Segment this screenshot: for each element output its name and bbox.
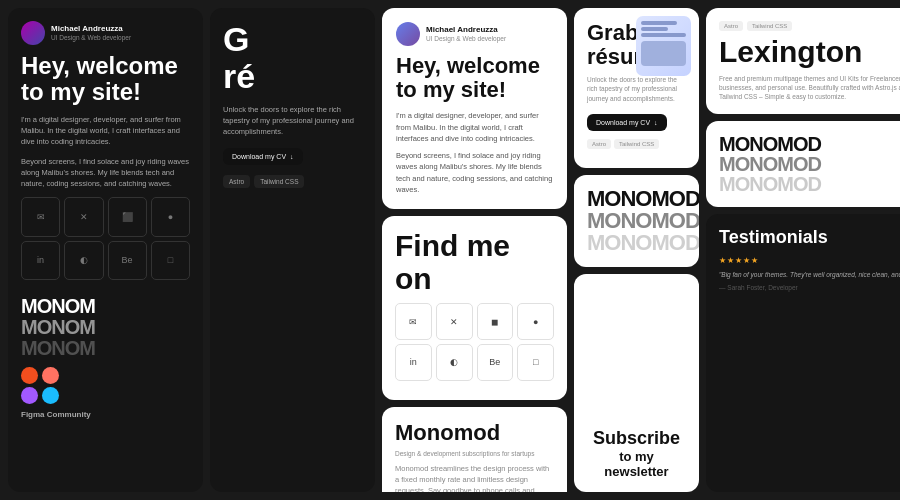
welcome-heading-main: Hey, welcometo my site! [396,54,553,102]
tag-tailwind-lex: Tailwind CSS [747,21,792,31]
grab-body-white: Unlock the doors to explore the rich tap… [587,75,686,102]
figma-dot-red [21,367,38,384]
tag-tailwind-dark: Tailwind CSS [254,175,304,188]
welcome-body1-1: I'm a digital designer, developer, and s… [21,114,190,148]
tag-astro-dark: Astro [223,175,250,188]
mockup-block [641,41,686,66]
lexington-body: Free and premium multipage themes and UI… [719,74,900,101]
avatar-main [396,22,420,46]
monomod-l3-c5: MONOMOD [719,174,900,194]
avatar-1 [21,21,45,45]
linkedin-icon-1[interactable]: in [21,241,60,280]
x-icon-1[interactable]: ✕ [64,197,103,236]
monomod-stack-l3: MONOMOD [587,232,686,254]
download-arrow-icon: ↓ [290,153,294,160]
column-4: Grab myrésumé! Unlock the doors to explo… [574,8,699,492]
download-label-dark: Download my CV [232,153,286,160]
profile-role-main: UI Design & Web developer [426,34,506,43]
subscribe-sub: to my newsletter [587,449,686,479]
monomod-sub-main: Design & development subscriptions for s… [395,449,554,458]
profile-name-main: Michael Andreuzza [426,25,506,34]
monomod-line1-1: MONOM [21,296,190,317]
linkedin-icon-main[interactable]: in [395,344,432,381]
github-icon-main[interactable]: ● [517,303,554,340]
lexington-card: Astro Tailwind CSS Lexington Free and pr… [706,8,900,114]
figma-label-1: Figma Community [21,410,190,419]
github-icon-1[interactable]: ● [151,197,190,236]
monomod-card-main: Monomod Design & development subscriptio… [382,407,567,492]
figma-logo-1 [21,367,59,404]
welcome-card: Michael Andreuzza UI Design & Web develo… [8,8,203,492]
subscribe-heading: Subscribe [587,428,686,449]
column-2: Gré Unlock the doors to explore the rich… [210,8,375,492]
column-3: Michael Andreuzza UI Design & Web develo… [382,8,567,492]
find-me-heading: Find me on [395,229,554,295]
behance-icon-1[interactable]: Be [108,241,147,280]
download-cv-btn-dark[interactable]: Download my CV ↓ [223,148,303,165]
welcome-heading-1: Hey, welcome to my site! [21,53,190,106]
instagram-icon-1[interactable]: □ [151,241,190,280]
subscribe-text: Subscribe to my newsletter [587,428,686,479]
monomod-stack-l2: MONOMOD [587,210,686,232]
monomod-l1-c5: MONOMOD [719,134,900,154]
resume-dark-card: Gré Unlock the doors to explore the rich… [210,8,375,492]
x-icon-main[interactable]: ✕ [436,303,473,340]
find-me-socials: ✉ ✕ ◼ ● in ◐ Be □ [395,303,554,381]
grab-heading-dark: Gré [223,21,362,96]
monomod-line3-1: MONOM [21,338,190,359]
dribbble-icon-1[interactable]: ◐ [64,241,103,280]
figma-section-1: Figma Community [21,367,190,419]
grab-resume-card: Grab myrésumé! Unlock the doors to explo… [574,8,699,168]
welcome-body2-main: Beyond screens, I find solace and joy ri… [396,150,553,195]
tag-astro-white: Astro [587,139,611,149]
download-cv-btn-white[interactable]: Download my CV ↓ [587,114,667,131]
testimonial-author: — Sarah Foster, Developer [719,283,900,292]
tags-white: Astro Tailwind CSS [587,139,686,149]
download-label-white: Download my CV [596,119,650,126]
monomod-title-main: Monomod [395,420,554,446]
figma-dot-orange [42,367,59,384]
dribbble-icon-main[interactable]: ◐ [436,344,473,381]
ui-mockup-preview [636,16,691,76]
monomod-l2-c5: MONOMOD [719,154,900,174]
monomod-stack-1: MONOM MONOM MONOM [21,286,190,359]
behance-icon-main[interactable]: Be [477,344,514,381]
tags-dark: Astro Tailwind CSS [223,175,362,188]
profile-text-main: Michael Andreuzza UI Design & Web develo… [426,25,506,43]
monomod-stack-l1: MONOMOD [587,188,686,210]
welcome-body2-1: Beyond screens, I find solace and joy ri… [21,156,190,190]
testimonials-stars: ★★★★★ [719,256,900,265]
testimonials-heading: Testimonials [719,227,900,248]
testimonial-quote: "Big fan of your themes. They're well or… [719,270,900,279]
main-focus-card: Michael Andreuzza UI Design & Web develo… [382,8,567,209]
monomod-body-main: Monomod streamlines the design process w… [395,463,554,492]
welcome-body1-main: I'm a digital designer, developer, and s… [396,110,553,144]
column-5: Astro Tailwind CSS Lexington Free and pr… [706,8,900,492]
mockup-bar-3 [641,33,686,37]
monomod-stack-card: MONOMOD MONOMOD MONOMOD [574,175,699,267]
profile-name-1: Michael Andreuzza [51,24,131,33]
download-icon-white: ↓ [654,119,658,126]
subscribe-card: Subscribe to my newsletter [574,274,699,492]
find-me-card: Find me on ✉ ✕ ◼ ● in ◐ Be □ [382,216,567,400]
grab-body-dark: Unlock the doors to explore the rich tap… [223,104,362,138]
profile-mini-main: Michael Andreuzza UI Design & Web develo… [396,22,553,46]
social-grid-1: ✉ ✕ ⬛ ● in ◐ Be □ [21,197,190,280]
testimonials-card: Testimonials ★★★★★ "Big fan of your them… [706,214,900,492]
figma-icon-main[interactable]: ◼ [477,303,514,340]
figma-icon-1[interactable]: ⬛ [108,197,147,236]
monomod-line2-1: MONOM [21,317,190,338]
email-icon-main[interactable]: ✉ [395,303,432,340]
tag-tailwind-white: Tailwind CSS [614,139,659,149]
profile-mini-1: Michael Andreuzza UI Design & Web develo… [21,21,190,45]
email-icon-1[interactable]: ✉ [21,197,60,236]
tag-astro-lex: Astro [719,21,743,31]
profile-role-1: UI Design & Web developer [51,33,131,42]
instagram-icon-main[interactable]: □ [517,344,554,381]
profile-text-1: Michael Andreuzza UI Design & Web develo… [51,24,131,42]
lexington-tags: Astro Tailwind CSS [719,21,900,31]
lexington-heading: Lexington [719,35,900,69]
mockup-bar-1 [641,21,677,25]
monomod-stack-col5: MONOMOD MONOMOD MONOMOD [706,121,900,207]
mockup-bar-2 [641,27,668,31]
